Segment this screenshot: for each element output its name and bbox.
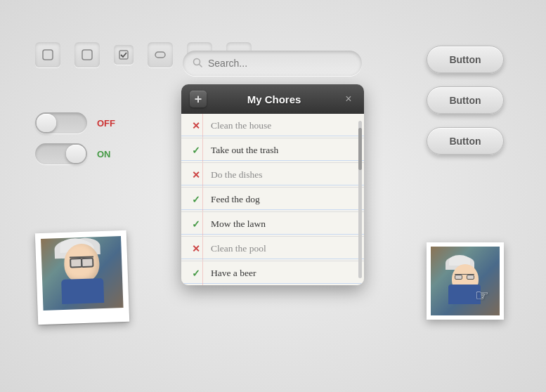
character-avatar <box>56 242 108 303</box>
small-glasses <box>455 274 474 280</box>
search-icon <box>193 58 202 70</box>
chore-check-5: ✓ <box>188 218 204 230</box>
checkbox-icon-1[interactable] <box>35 42 60 67</box>
chore-item-2[interactable]: ✓ Take out the trash <box>181 138 364 163</box>
avatar-photo-large <box>37 232 128 323</box>
chore-item-5[interactable]: ✓ Mow the lawn <box>181 212 364 237</box>
toggle-off-knob <box>37 114 56 132</box>
checkbox-checked-icon[interactable] <box>114 45 134 65</box>
chore-item-1[interactable]: ✕ Clean the house <box>181 114 364 138</box>
svg-rect-3 <box>155 52 165 58</box>
chore-check-3: ✕ <box>188 169 204 181</box>
search-input[interactable] <box>208 58 352 69</box>
svg-rect-0 <box>43 50 53 60</box>
button-2[interactable]: Button <box>427 86 504 115</box>
chores-title: My Chores <box>247 93 301 105</box>
chore-item-6[interactable]: ✕ Clean the pool <box>181 237 364 261</box>
cursor-icon: ☞ <box>475 287 489 305</box>
chore-text-1: Clean the house <box>211 120 271 131</box>
chore-check-1: ✕ <box>188 120 204 131</box>
chores-header: + My Chores × <box>181 84 364 114</box>
chore-text-6: Clean the pool <box>211 243 266 254</box>
chore-check-2: ✓ <box>188 145 204 156</box>
photo-inner-large <box>41 236 123 311</box>
toggle-on-wrap: ON <box>35 143 115 164</box>
photo-frame-large <box>35 230 129 325</box>
photo-frame-small: ☞ <box>427 242 504 320</box>
chore-text-7: Have a beer <box>211 268 256 279</box>
char-head <box>63 243 100 283</box>
char-body <box>61 277 104 303</box>
toggle-on-label: ON <box>97 149 111 159</box>
chore-item-7[interactable]: ✓ Have a beer <box>181 261 364 285</box>
avatar-photo-small[interactable]: ☞ <box>427 242 504 320</box>
chores-close-button[interactable]: × <box>342 92 356 106</box>
toggle-section: OFF ON <box>35 112 115 174</box>
chore-item-4[interactable]: ✓ Feed the dog <box>181 188 364 212</box>
chores-add-button[interactable]: + <box>190 91 207 107</box>
toggle-off[interactable] <box>35 112 87 133</box>
toggle-on[interactable] <box>35 143 87 164</box>
toggle-on-knob <box>66 145 86 163</box>
chores-widget: + My Chores × ✕ Clean the house ✓ Take o… <box>181 84 364 285</box>
chore-text-4: Feed the dog <box>211 194 260 205</box>
svg-line-8 <box>200 64 202 67</box>
chore-text-2: Take out the trash <box>211 145 278 156</box>
char-glasses <box>70 256 93 265</box>
checkbox-icon-2[interactable] <box>74 42 100 67</box>
svg-rect-1 <box>82 50 92 60</box>
chore-text-5: Mow the lawn <box>211 218 266 230</box>
radio-icon-1[interactable] <box>148 42 173 67</box>
chore-check-6: ✕ <box>188 243 204 254</box>
toggle-off-wrap: OFF <box>35 112 115 133</box>
svg-rect-2 <box>119 51 128 59</box>
photo-inner-small: ☞ <box>431 247 500 315</box>
chore-check-7: ✓ <box>188 268 204 279</box>
search-bar <box>183 51 362 76</box>
chore-item-3[interactable]: ✕ Do the dishes <box>181 163 364 188</box>
chores-scrollbar[interactable] <box>358 121 362 278</box>
button-1[interactable]: Button <box>427 46 504 74</box>
chore-text-3: Do the dishes <box>211 169 263 181</box>
button-3[interactable]: Button <box>427 127 504 155</box>
toggle-off-label: OFF <box>97 118 115 129</box>
chores-body: ✕ Clean the house ✓ Take out the trash ✕… <box>181 114 364 285</box>
buttons-section: Button Button Button <box>427 46 504 155</box>
chores-scrollbar-thumb <box>358 128 362 170</box>
chore-check-4: ✓ <box>188 194 204 205</box>
